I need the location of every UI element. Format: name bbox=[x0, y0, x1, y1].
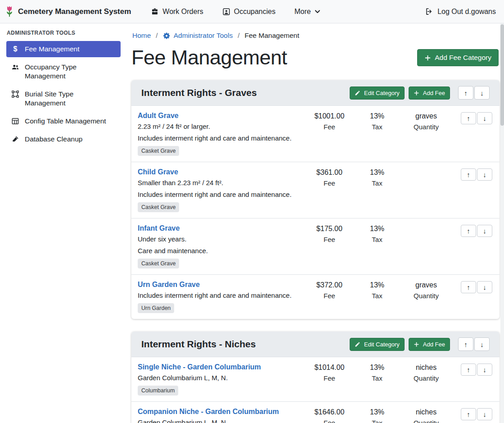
sidebar-item-occupancy-type-management[interactable]: Occupancy Type Management bbox=[6, 59, 121, 84]
add-fee-button[interactable]: Add Fee bbox=[409, 338, 450, 351]
fee-type-badge: Casket Grave bbox=[138, 146, 179, 156]
logout-label: Log Out d.gowans bbox=[437, 8, 496, 16]
add-fee-button[interactable]: Add Fee bbox=[409, 86, 450, 100]
fee-category-card: Interment Rights - Niches Edit Category … bbox=[131, 332, 500, 423]
breadcrumb-separator: / bbox=[156, 32, 158, 40]
add-fee-category-button[interactable]: Add Fee Category bbox=[417, 49, 499, 66]
fee-name-link[interactable]: Single Niche - Garden Columbarium bbox=[138, 363, 261, 371]
nav-occupancies[interactable]: Occupancies bbox=[222, 8, 276, 16]
fee-amount-col: $372.00 Fee bbox=[304, 281, 355, 300]
sidebar-item-config-table-management[interactable]: Config Table Management bbox=[6, 113, 121, 129]
tulip-logo-icon bbox=[4, 5, 14, 18]
fee-tax-label: Tax bbox=[355, 419, 400, 423]
person-booth-icon bbox=[222, 8, 230, 16]
fee-descriptions: Under six years.Care and maintenance. bbox=[138, 235, 304, 255]
move-fee-down-button[interactable]: ↓ bbox=[477, 408, 492, 420]
move-category-down-button[interactable]: ↓ bbox=[474, 86, 490, 100]
move-category-down-button[interactable]: ↓ bbox=[474, 337, 490, 351]
vector-square-icon bbox=[11, 90, 20, 98]
breadcrumb-home-link[interactable]: Home bbox=[132, 32, 151, 40]
add-fee-category-label: Add Fee Category bbox=[435, 54, 491, 62]
fee-quantity-col bbox=[400, 168, 453, 171]
fee-amount: $372.00 bbox=[304, 281, 355, 289]
fee-quantity-col bbox=[400, 224, 453, 227]
edit-category-label: Edit Category bbox=[364, 341, 400, 348]
fee-name-link[interactable]: Companion Niche - Garden Columbarium bbox=[138, 408, 279, 416]
fee-amount-col: $1646.00 Fee bbox=[304, 408, 355, 423]
edit-category-button[interactable]: Edit Category bbox=[350, 338, 405, 351]
fee-tax: 13% bbox=[355, 408, 400, 416]
move-fee-down-button[interactable]: ↓ bbox=[477, 281, 492, 293]
move-fee-up-button[interactable]: ↑ bbox=[461, 364, 476, 376]
move-category-up-button[interactable]: ↑ bbox=[458, 86, 473, 100]
nav-work-orders[interactable]: Work Orders bbox=[151, 8, 203, 16]
fee-amount-label: Fee bbox=[304, 292, 355, 300]
fee-quantity-col: niches Quantity bbox=[400, 408, 453, 423]
fee-name-link[interactable]: Child Grave bbox=[138, 168, 178, 176]
fee-info: Adult Grave 2.23 m² / 24 ft² or larger.I… bbox=[138, 112, 304, 156]
breadcrumb-separator: / bbox=[238, 32, 239, 40]
move-fee-down-button[interactable]: ↓ bbox=[477, 112, 492, 124]
fee-tax-label: Tax bbox=[355, 236, 400, 243]
fee-tax-col: 13% Tax bbox=[355, 112, 400, 131]
category-body: Adult Grave 2.23 m² / 24 ft² or larger.I… bbox=[131, 105, 500, 319]
fee-descriptions: Garden Columbarium L, M, N. bbox=[138, 373, 304, 382]
page-scrollbar[interactable] bbox=[500, 23, 504, 423]
fee-tax-col: 13% Tax bbox=[355, 281, 400, 300]
fee-amount-label: Fee bbox=[304, 236, 355, 243]
fee-amount-label: Fee bbox=[304, 179, 355, 187]
page-scrollbar-thumb[interactable] bbox=[500, 24, 504, 126]
plus-icon bbox=[414, 341, 419, 347]
move-fee-up-button[interactable]: ↑ bbox=[461, 408, 476, 420]
fee-arrows: ↑ ↓ bbox=[453, 281, 492, 293]
logout-link[interactable]: Log Out d.gowans bbox=[425, 7, 496, 16]
categories: Interment Rights - Graves Edit Category … bbox=[131, 80, 500, 423]
breadcrumb-admin-link[interactable]: Administrator Tools bbox=[163, 32, 233, 40]
fee-descriptions: Garden Columbarium L, M, N. bbox=[138, 418, 304, 423]
nav-links: Work Orders Occupancies More bbox=[151, 8, 425, 16]
move-fee-down-button[interactable]: ↓ bbox=[477, 225, 492, 237]
page-title: Fee Management bbox=[131, 46, 287, 69]
move-fee-up-button[interactable]: ↑ bbox=[461, 112, 476, 124]
fee-arrows: ↑ ↓ bbox=[453, 408, 492, 420]
move-fee-down-button[interactable]: ↓ bbox=[477, 168, 492, 181]
brand[interactable]: Cemetery Management System bbox=[4, 5, 131, 18]
fee-row: Urn Garden Grave Includes interment righ… bbox=[131, 274, 500, 319]
nav-occupancies-label: Occupancies bbox=[234, 8, 276, 16]
fee-quantity-col: niches Quantity bbox=[400, 363, 453, 382]
sidebar-item-fee-management[interactable]: $ Fee Management bbox=[6, 41, 121, 57]
people-icon bbox=[11, 63, 20, 71]
fee-name-link[interactable]: Infant Grave bbox=[138, 224, 180, 232]
fee-description: Under six years. bbox=[138, 235, 304, 243]
sidebar-item-burial-site-type-management[interactable]: Burial Site Type Management bbox=[6, 86, 121, 111]
category-arrows: ↑ ↓ bbox=[458, 86, 490, 100]
fee-tax-label: Tax bbox=[355, 292, 400, 300]
fee-quantity: niches bbox=[400, 364, 453, 372]
sidebar-item-database-cleanup[interactable]: Database Cleanup bbox=[6, 131, 121, 147]
move-fee-down-button[interactable]: ↓ bbox=[477, 364, 492, 376]
breadcrumb-admin-label: Administrator Tools bbox=[174, 32, 233, 40]
broom-icon bbox=[11, 135, 20, 143]
fee-description: Includes interment right and care and ma… bbox=[138, 134, 304, 142]
nav-more[interactable]: More bbox=[294, 8, 320, 16]
sidebar-item-label: Occupancy Type Management bbox=[25, 63, 116, 81]
fee-name-link[interactable]: Urn Garden Grave bbox=[138, 281, 200, 289]
nav-more-label: More bbox=[294, 8, 310, 16]
fee-tax-label: Tax bbox=[355, 123, 400, 131]
edit-category-button[interactable]: Edit Category bbox=[350, 86, 405, 100]
fee-descriptions: 2.23 m² / 24 ft² or larger.Includes inte… bbox=[138, 122, 304, 142]
fee-name-link[interactable]: Adult Grave bbox=[138, 112, 179, 120]
fee-type-badge: Columbarium bbox=[138, 386, 178, 396]
sidebar-item-label: Fee Management bbox=[25, 45, 80, 54]
fee-amount-label: Fee bbox=[304, 419, 355, 423]
move-category-up-button[interactable]: ↑ bbox=[458, 337, 473, 351]
move-fee-up-button[interactable]: ↑ bbox=[461, 281, 476, 293]
fee-category-card: Interment Rights - Graves Edit Category … bbox=[131, 80, 500, 319]
breadcrumb: Home / Administrator Tools / Fee Managem… bbox=[131, 31, 500, 41]
fee-amount-col: $1001.00 Fee bbox=[304, 112, 355, 131]
fee-tax-col: 13% Tax bbox=[355, 224, 400, 243]
move-fee-up-button[interactable]: ↑ bbox=[461, 225, 476, 237]
move-fee-up-button[interactable]: ↑ bbox=[461, 168, 476, 181]
fee-tax-col: 13% Tax bbox=[355, 168, 400, 187]
fee-info: Single Niche - Garden Columbarium Garden… bbox=[138, 363, 304, 396]
